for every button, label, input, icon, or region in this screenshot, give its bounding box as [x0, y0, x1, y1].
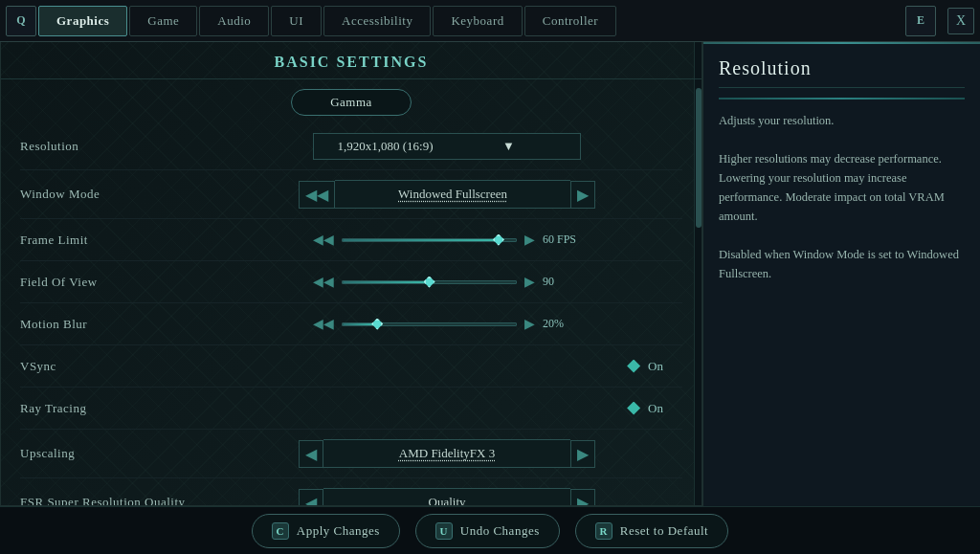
vsync-toggle[interactable]: On [212, 359, 682, 374]
frame-limit-fill [343, 239, 499, 241]
resolution-value: 1,920x1,080 (16:9) [323, 139, 447, 154]
frame-limit-control: ◀◀ ▶ 60 FPS [212, 232, 682, 248]
fsr-label: FSR Super Resolution Quality [20, 495, 212, 506]
window-mode-label: Window Mode [20, 187, 212, 202]
panel-title: Basic Settings [1, 42, 702, 79]
apply-key-hint: C [272, 522, 289, 540]
resolution-label: Resolution [20, 139, 212, 154]
nav-right-icon[interactable]: E [905, 6, 936, 36]
bottom-bar: C Apply Changes U Undo Changes R Reset t… [0, 506, 980, 554]
tab-graphics[interactable]: Graphics [38, 6, 127, 36]
resolution-dropdown[interactable]: 1,920x1,080 (16:9) ▼ [313, 133, 581, 160]
tab-accessibility[interactable]: Accessibility [323, 6, 431, 36]
close-button[interactable]: X [947, 8, 974, 34]
vsync-label: VSync [20, 359, 212, 374]
vsync-row: VSync On [20, 345, 682, 388]
resolution-row: Resolution 1,920x1,080 (16:9) ▼ [20, 123, 682, 170]
vsync-control[interactable]: On [212, 359, 682, 374]
upscaling-value: AMD FidelityFX 3 [323, 439, 570, 468]
undo-changes-button[interactable]: U Undo Changes [415, 514, 560, 548]
vsync-diamond-icon [627, 360, 640, 373]
window-mode-arrow-control: ◀◀ Windowed Fullscreen ▶ [299, 180, 595, 209]
tab-game[interactable]: Game [129, 6, 197, 36]
upscaling-label: Upscaling [20, 446, 212, 461]
fsr-row: FSR Super Resolution Quality ◀ Quality ▶ [20, 478, 682, 506]
fov-next-icon[interactable]: ▶ [524, 274, 535, 290]
upscaling-arrow-control: ◀ AMD FidelityFX 3 ▶ [299, 439, 595, 468]
main-content: Basic Settings Gamma Resolution 1,920x1,… [0, 42, 980, 506]
reset-key-hint: R [595, 522, 612, 540]
info-title: Resolution [719, 57, 965, 88]
gamma-button[interactable]: Gamma [291, 89, 412, 116]
fov-label: Field Of View [20, 275, 212, 290]
frame-limit-label: Frame Limit [20, 233, 212, 248]
tab-keyboard[interactable]: Keyboard [433, 6, 522, 36]
settings-list: Resolution 1,920x1,080 (16:9) ▼ Window M… [1, 123, 702, 506]
gamma-row: Gamma [1, 79, 702, 123]
frame-limit-track[interactable] [342, 238, 517, 242]
window-mode-value: Windowed Fullscreen [335, 180, 570, 209]
fsr-arrow-control: ◀ Quality ▶ [299, 488, 595, 506]
ray-tracing-label: Ray Tracing [20, 401, 212, 416]
upscaling-next-button[interactable]: ▶ [570, 440, 595, 468]
upscaling-control[interactable]: ◀ AMD FidelityFX 3 ▶ [212, 439, 682, 468]
reset-to-default-button[interactable]: R Reset to Default [575, 514, 728, 548]
dropdown-arrow-icon: ▼ [447, 139, 570, 154]
left-panel: Basic Settings Gamma Resolution 1,920x1,… [0, 42, 702, 506]
nav-left-icon[interactable]: Q [6, 6, 36, 36]
motion-blur-track[interactable] [342, 322, 517, 326]
fov-prev-icon[interactable]: ◀◀ [313, 274, 334, 290]
window-mode-control[interactable]: ◀◀ Windowed Fullscreen ▶ [212, 180, 682, 209]
window-mode-row: Window Mode ◀◀ Windowed Fullscreen ▶ [20, 170, 682, 219]
frame-limit-row: Frame Limit ◀◀ ▶ 60 FPS [20, 219, 682, 261]
motion-blur-slider[interactable]: ◀◀ ▶ 20% [313, 316, 581, 332]
fov-control: ◀◀ ▶ 90 [212, 274, 682, 290]
frame-limit-slider[interactable]: ◀◀ ▶ 60 FPS [313, 232, 581, 248]
fov-value: 90 [543, 275, 581, 289]
tab-audio[interactable]: Audio [199, 6, 269, 36]
ray-tracing-control[interactable]: On [212, 401, 682, 416]
frame-limit-value: 60 FPS [543, 233, 581, 247]
motion-blur-row: Motion Blur ◀◀ ▶ 20% [20, 303, 682, 345]
ray-tracing-toggle[interactable]: On [212, 401, 682, 416]
tab-controller[interactable]: Controller [524, 6, 616, 36]
top-nav: Q Graphics Game Audio UI Accessibility K… [0, 0, 980, 42]
apply-label: Apply Changes [297, 523, 380, 539]
window-mode-next-button[interactable]: ▶ [570, 181, 595, 209]
right-panel: Resolution Adjusts your resolution. High… [702, 42, 980, 506]
apply-changes-button[interactable]: C Apply Changes [252, 514, 400, 548]
vsync-value: On [648, 359, 663, 374]
fsr-value: Quality [323, 488, 570, 506]
fsr-prev-button[interactable]: ◀ [299, 489, 323, 507]
reset-label: Reset to Default [620, 523, 708, 539]
frame-limit-next-icon[interactable]: ▶ [524, 232, 535, 248]
fov-slider[interactable]: ◀◀ ▶ 90 [313, 274, 581, 290]
fov-fill [343, 281, 430, 283]
frame-limit-prev-icon[interactable]: ◀◀ [313, 232, 334, 248]
ray-tracing-row: Ray Tracing On [20, 388, 682, 430]
window-mode-prev-button[interactable]: ◀◀ [299, 181, 335, 209]
fov-track[interactable] [342, 280, 517, 284]
info-text: Adjusts your resolution. Higher resoluti… [719, 111, 965, 283]
info-divider [719, 98, 965, 100]
ray-tracing-value: On [648, 401, 663, 416]
tab-ui[interactable]: UI [271, 6, 322, 36]
motion-blur-control: ◀◀ ▶ 20% [212, 316, 682, 332]
motion-blur-label: Motion Blur [20, 317, 212, 332]
frame-limit-thumb[interactable] [493, 234, 504, 246]
fov-thumb[interactable] [424, 277, 435, 288]
ray-tracing-diamond-icon [627, 402, 640, 415]
undo-key-hint: U [435, 522, 453, 540]
motion-blur-prev-icon[interactable]: ◀◀ [313, 316, 334, 332]
upscaling-row: Upscaling ◀ AMD FidelityFX 3 ▶ [20, 430, 682, 478]
upscaling-prev-button[interactable]: ◀ [299, 440, 323, 468]
fsr-control[interactable]: ◀ Quality ▶ [212, 488, 682, 506]
fov-row: Field Of View ◀◀ ▶ 90 [20, 261, 682, 303]
motion-blur-next-icon[interactable]: ▶ [524, 316, 535, 332]
fsr-next-button[interactable]: ▶ [570, 489, 595, 507]
resolution-control[interactable]: 1,920x1,080 (16:9) ▼ [212, 133, 682, 160]
motion-blur-value: 20% [543, 317, 581, 331]
motion-blur-thumb[interactable] [371, 319, 383, 330]
undo-label: Undo Changes [460, 523, 540, 539]
